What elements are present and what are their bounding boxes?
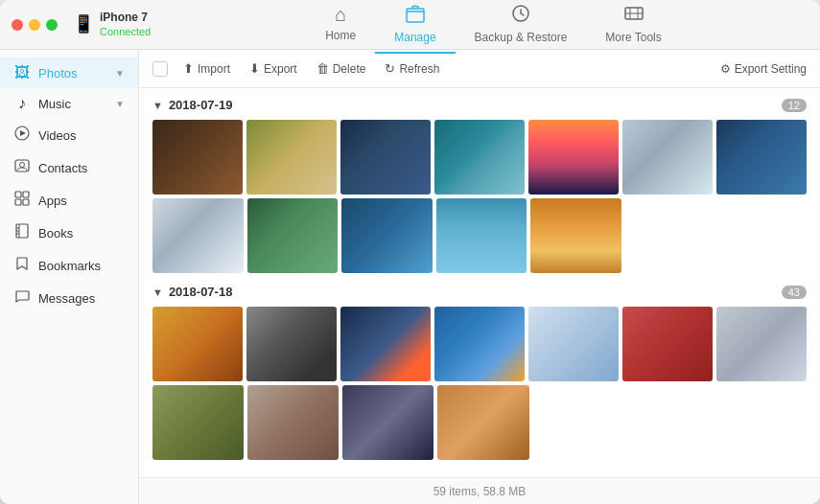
photo-thumb[interactable] xyxy=(622,307,713,381)
photo-row xyxy=(152,198,807,273)
photo-thumb[interactable] xyxy=(716,307,807,381)
sidebar-item-videos[interactable]: Videos xyxy=(0,119,138,151)
photo-thumb[interactable] xyxy=(528,307,619,381)
minimize-button[interactable] xyxy=(29,19,40,31)
sidebar-label-messages: Messages xyxy=(38,291,125,306)
date-header-1: ▼ 2018-07-18 43 xyxy=(152,285,807,299)
photo-thumb[interactable] xyxy=(247,385,339,460)
date-section-1: ▼ 2018-07-18 43 xyxy=(152,285,807,460)
sidebar-item-apps[interactable]: Apps xyxy=(0,184,138,217)
gear-icon: ⚙ xyxy=(720,62,731,76)
photo-thumb[interactable] xyxy=(152,120,243,195)
photo-thumb[interactable] xyxy=(436,198,527,273)
device-status: Connected xyxy=(100,25,151,38)
svg-rect-0 xyxy=(407,9,424,22)
home-icon: ⌂ xyxy=(335,4,346,26)
sidebar: 🖼 Photos ▼ ♪ Music ▼ Videos Contacts xyxy=(0,50,139,504)
photo-row xyxy=(152,385,807,460)
tab-manage[interactable]: Manage xyxy=(375,0,455,54)
delete-label: Delete xyxy=(333,62,366,76)
import-button[interactable]: ⬆ Import xyxy=(176,57,238,80)
device-name: iPhone 7 xyxy=(100,11,151,26)
export-icon: ⬇ xyxy=(249,61,260,76)
delete-icon: 🗑 xyxy=(316,61,329,76)
titlebar: 📱 iPhone 7 Connected ⌂ Home Manage xyxy=(0,0,820,50)
tab-tools[interactable]: More Tools xyxy=(586,0,680,54)
tools-icon xyxy=(623,4,644,28)
photos-icon: 🖼 xyxy=(13,64,31,81)
sidebar-item-bookmarks[interactable]: Bookmarks xyxy=(0,249,138,282)
photo-thumb[interactable] xyxy=(437,385,528,460)
photo-thumb[interactable] xyxy=(530,198,621,273)
photo-thumb[interactable] xyxy=(341,198,433,273)
photo-thumb[interactable] xyxy=(246,120,337,195)
export-label: Export xyxy=(264,62,297,76)
sidebar-item-photos[interactable]: 🖼 Photos ▼ xyxy=(0,57,138,88)
date-label-0: 2018-07-19 xyxy=(169,98,233,112)
photo-thumb[interactable] xyxy=(340,120,431,195)
status-text: 59 items, 58.8 MB xyxy=(433,485,527,498)
status-bar: 59 items, 58.8 MB xyxy=(139,477,820,504)
device-icon: 📱 xyxy=(73,13,94,34)
photo-row xyxy=(152,120,807,195)
svg-rect-8 xyxy=(23,192,29,197)
tab-backup[interactable]: Backup & Restore xyxy=(456,0,587,54)
delete-button[interactable]: 🗑 Delete xyxy=(309,57,374,80)
photo-thumb[interactable] xyxy=(434,307,525,381)
date-section-0: ▼ 2018-07-19 12 xyxy=(152,98,807,273)
sidebar-item-books[interactable]: Books xyxy=(0,217,138,249)
photo-thumb[interactable] xyxy=(152,385,244,460)
photo-thumb[interactable] xyxy=(246,307,337,381)
photo-thumb[interactable] xyxy=(152,307,243,381)
export-setting-label: Export Setting xyxy=(735,62,807,76)
photo-thumb[interactable] xyxy=(152,198,244,273)
sidebar-label-videos: Videos xyxy=(38,128,125,143)
collapse-arrow-1[interactable]: ▼ xyxy=(152,286,163,298)
bookmarks-icon xyxy=(13,256,31,275)
books-icon xyxy=(13,223,31,242)
export-setting-button[interactable]: ⚙ Export Setting xyxy=(720,62,807,76)
refresh-button[interactable]: ↻ Refresh xyxy=(377,57,447,80)
sidebar-label-bookmarks: Bookmarks xyxy=(38,259,125,273)
device-info: 📱 iPhone 7 Connected xyxy=(73,11,159,39)
music-icon: ♪ xyxy=(13,95,31,112)
photo-thumb[interactable] xyxy=(434,120,525,195)
svg-rect-7 xyxy=(15,192,21,197)
photo-thumb[interactable] xyxy=(622,120,713,195)
sidebar-label-books: Books xyxy=(38,226,125,241)
collapse-arrow-0[interactable]: ▼ xyxy=(152,100,163,111)
manage-icon xyxy=(405,4,426,28)
traffic-lights xyxy=(12,19,58,31)
refresh-icon: ↻ xyxy=(385,61,395,76)
toolbar: ⬆ Import ⬇ Export 🗑 Delete ↻ Refresh ⚙ xyxy=(139,50,820,88)
photo-thumb[interactable] xyxy=(528,120,619,195)
tab-home-label: Home xyxy=(325,29,356,42)
nav-tabs: ⌂ Home Manage xyxy=(178,0,808,54)
tab-manage-label: Manage xyxy=(394,31,435,44)
photo-thumb[interactable] xyxy=(340,307,431,381)
content-area: ⬆ Import ⬇ Export 🗑 Delete ↻ Refresh ⚙ xyxy=(139,50,820,504)
photo-thumb[interactable] xyxy=(342,385,433,460)
svg-rect-10 xyxy=(23,199,29,205)
sidebar-label-apps: Apps xyxy=(38,194,125,208)
select-all-checkbox[interactable] xyxy=(152,61,168,77)
tab-home[interactable]: ⌂ Home xyxy=(306,0,375,54)
sidebar-item-contacts[interactable]: Contacts xyxy=(0,151,138,184)
svg-point-6 xyxy=(20,163,25,168)
date-count-1: 43 xyxy=(782,286,807,299)
main-content: 🖼 Photos ▼ ♪ Music ▼ Videos Contacts xyxy=(0,50,820,504)
close-button[interactable] xyxy=(12,19,23,31)
export-button[interactable]: ⬇ Export xyxy=(242,57,305,80)
maximize-button[interactable] xyxy=(46,19,58,31)
date-count-0: 12 xyxy=(782,99,807,112)
date-header-0: ▼ 2018-07-19 12 xyxy=(152,98,807,112)
main-window: 📱 iPhone 7 Connected ⌂ Home Manage xyxy=(0,0,820,504)
tab-tools-label: More Tools xyxy=(605,31,661,44)
photo-thumb[interactable] xyxy=(716,120,807,195)
photo-grid-area: ▼ 2018-07-19 12 xyxy=(139,88,820,477)
photo-thumb[interactable] xyxy=(247,198,339,273)
chevron-down-icon: ▼ xyxy=(115,68,125,79)
sidebar-item-messages[interactable]: Messages xyxy=(0,282,138,314)
sidebar-item-music[interactable]: ♪ Music ▼ xyxy=(0,88,138,119)
sidebar-label-contacts: Contacts xyxy=(38,161,125,175)
